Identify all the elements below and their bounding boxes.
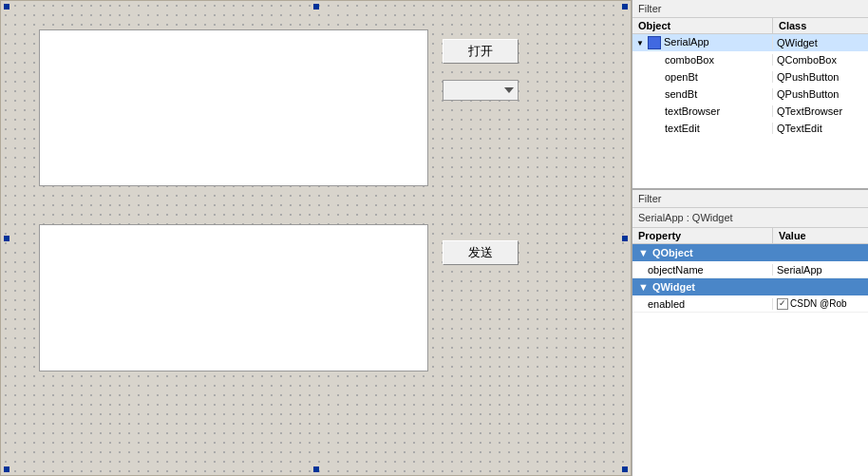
tree-row-sendbt[interactable]: sendBtQPushButton: [632, 86, 868, 103]
tree-row-textbrowser[interactable]: textBrowserQTextBrowser: [632, 103, 868, 120]
tree-row-name: sendBt: [665, 88, 697, 100]
tree-row-name: openBt: [665, 71, 698, 83]
prop-section-qobject: ▼QObject: [632, 244, 868, 261]
prop-col-value: Value: [773, 228, 868, 243]
tree-row-class: QPushButton: [773, 88, 868, 100]
properties-title: SerialApp : QWidget: [632, 208, 868, 228]
tree-row-class: QTextBrowser: [773, 105, 868, 117]
section-label: QObject: [652, 247, 693, 258]
prop-name: objectName: [632, 264, 773, 276]
props-filter-label: Filter: [632, 190, 868, 208]
expand-arrow-icon: ▼: [636, 39, 646, 48]
inspector-col-object: Object: [632, 18, 773, 33]
prop-body: ▼QObjectobjectNameSerialApp▼QWidgetenabl…: [632, 244, 868, 476]
checkbox-icon[interactable]: [777, 298, 788, 310]
inspector-body: ▼SerialAppQWidgetcomboBoxQComboBoxopenBt…: [632, 34, 868, 188]
text-edit-widget: [39, 224, 428, 371]
section-arrow-icon: ▼: [638, 247, 649, 258]
open-button[interactable]: 打开: [443, 39, 519, 64]
handle-top-mid: [313, 4, 319, 10]
object-filter-label: Filter: [632, 0, 868, 18]
inspector-col-class: Class: [773, 18, 868, 33]
main-widget: 打开 发送: [1, 1, 631, 475]
handle-top-left: [4, 4, 9, 10]
send-button[interactable]: 发送: [443, 240, 519, 265]
prop-value: SerialApp: [773, 264, 868, 276]
right-panel: Filter Object Class ▼SerialAppQWidgetcom…: [632, 0, 868, 476]
prop-header: Property Value: [632, 228, 868, 244]
handle-bottom-mid: [313, 466, 319, 472]
section-arrow-icon: ▼: [638, 281, 649, 293]
tree-row-class: QTextEdit: [773, 123, 868, 134]
send-button-label: 发送: [468, 244, 493, 261]
properties-panel: Filter SerialApp : QWidget Property Valu…: [632, 190, 868, 476]
handle-bottom-left: [4, 466, 9, 472]
tree-row-class: QPushButton: [773, 71, 868, 83]
handle-mid-left: [4, 236, 9, 241]
section-label: QWidget: [652, 281, 695, 293]
tree-row-name: textBrowser: [665, 105, 720, 117]
handle-mid-right: [622, 236, 628, 241]
open-button-label: 打开: [468, 43, 493, 60]
tree-row-name: comboBox: [665, 54, 714, 66]
tree-row-name: textEdit: [665, 123, 700, 134]
inspector-header: Object Class: [632, 18, 868, 34]
prop-section-qwidget: ▼QWidget: [632, 278, 868, 295]
combo-box-widget[interactable]: [443, 80, 519, 101]
prop-name: enabled: [632, 298, 773, 310]
tree-row-name: SerialApp: [664, 36, 709, 48]
handle-bottom-right: [622, 466, 628, 472]
tree-row-serialapp[interactable]: ▼SerialAppQWidget: [632, 34, 868, 51]
tree-row-class: QComboBox: [773, 54, 868, 66]
object-inspector: Filter Object Class ▼SerialAppQWidgetcom…: [632, 0, 868, 190]
tree-row-openbt[interactable]: openBtQPushButton: [632, 68, 868, 86]
widget-icon: [648, 36, 661, 49]
handle-top-right: [622, 4, 628, 10]
text-browser-widget: [39, 29, 428, 186]
tree-row-class: QWidget: [773, 37, 868, 48]
prop-value: CSDN @Rob: [773, 297, 868, 310]
prop-row-enabled[interactable]: enabledCSDN @Rob: [632, 295, 868, 313]
tree-row-combobox[interactable]: comboBoxQComboBox: [632, 51, 868, 68]
prop-value-text: CSDN @Rob: [790, 298, 847, 309]
prop-col-property: Property: [632, 228, 773, 243]
combo-arrow-icon: [504, 87, 514, 93]
prop-row-objectname[interactable]: objectNameSerialApp: [632, 261, 868, 278]
tree-row-textedit[interactable]: textEditQTextEdit: [632, 120, 868, 137]
design-area: 打开 发送: [0, 0, 632, 476]
